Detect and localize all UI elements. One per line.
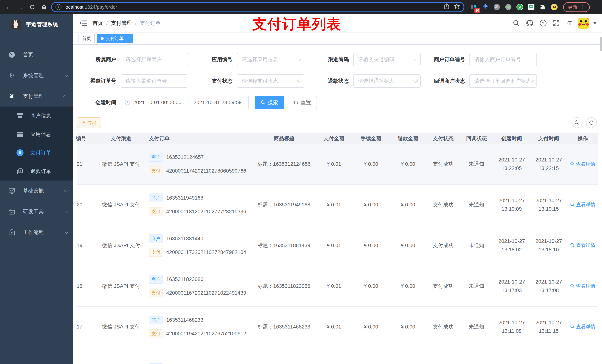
notify-status-select[interactable]: 请选择订单回调商户状态 <box>469 74 537 88</box>
tab-close-icon[interactable]: × <box>127 36 129 41</box>
refund-status-select[interactable]: 请选择退款状态 <box>353 74 420 88</box>
pay-amount: ¥ 0.01 <box>315 283 353 289</box>
view-detail-link[interactable]: 查看详情 <box>570 323 595 330</box>
pay-status-select[interactable]: 请选择支付状态 <box>237 74 304 88</box>
pay-channel: 微信 JSAPI 支付 <box>93 201 149 208</box>
font-size-icon[interactable]: TT <box>566 20 572 26</box>
pay-date: 2021-10-27 <box>530 320 567 325</box>
hide-search-button[interactable] <box>572 117 582 128</box>
breadcrumb-pay[interactable]: 支付管理 <box>111 20 132 27</box>
merchant-input[interactable] <box>121 53 188 66</box>
chevron-down-icon <box>64 188 69 193</box>
table-row[interactable]: 17 微信 JSAPI 支付 商户 1635311468233 支付 42000… <box>77 307 598 347</box>
sidebar-item-app-info[interactable]: 应用信息 <box>0 125 73 144</box>
search-button[interactable]: 搜索 <box>255 96 284 109</box>
date-range-picker[interactable]: 2021-10-01 00:00:00 - 2021-10-31 23:59:5… <box>121 96 249 109</box>
browser-update-button[interactable]: 更新 ⋮ <box>563 2 590 12</box>
view-detail-link[interactable]: 查看详情 <box>570 242 595 249</box>
actions-cell: 查看详情 <box>567 201 598 208</box>
site-info-icon[interactable]: i <box>55 4 62 10</box>
app-select[interactable]: 请选择应用信息 <box>237 53 304 66</box>
merchant-order-no-input[interactable] <box>469 53 537 66</box>
app-logo-row[interactable]: 芋道管理系统 <box>0 14 73 35</box>
browser-back-icon[interactable]: ← <box>4 2 13 12</box>
chevron-down-icon <box>530 78 534 83</box>
active-tab-dot <box>101 37 104 40</box>
table-row[interactable]: 18 微信 JSAPI 支付 商户 1635311823086 支付 42000… <box>77 266 598 307</box>
extension-devtools-icon[interactable]: 10 <box>470 3 478 11</box>
sidebar-item-pay-order[interactable]: ¥ 支付订单 <box>0 144 73 162</box>
refund-amount: ¥ 0.00 <box>389 242 427 248</box>
avatar[interactable] <box>578 18 589 29</box>
chevron-down-icon <box>297 57 301 61</box>
channel-code-select[interactable]: 请输入渠道编码 <box>353 53 420 66</box>
channel-order-no-input[interactable] <box>121 74 188 88</box>
create-date: 2021-10-27 <box>493 157 530 163</box>
export-button[interactable]: 导出 <box>77 117 101 128</box>
table-row[interactable]: 19 微信 JSAPI 支付 商户 1635311881440 支付 42000… <box>77 225 598 266</box>
view-detail-link[interactable]: 查看详情 <box>570 283 595 289</box>
share-icon[interactable] <box>444 3 450 11</box>
browser-home-icon[interactable] <box>39 2 49 12</box>
extension-chat-icon[interactable] <box>527 3 535 11</box>
sidebar-item-merchant-info[interactable]: 商户信息 <box>0 106 73 125</box>
browser-forward-icon[interactable]: → <box>16 2 25 12</box>
sidebar-item-pay[interactable]: ¥ 支付管理 <box>0 86 73 106</box>
actions-cell: 查看详情 <box>567 161 598 167</box>
sidebar-item-system[interactable]: ⚙ 系统管理 <box>0 65 73 86</box>
product-title: 标题：1635311949168 <box>252 201 315 208</box>
bookmark-star-icon[interactable] <box>454 3 460 11</box>
notify-status: 未通知 <box>460 283 493 290</box>
pay-order-no: 4200001173202110272847982104 <box>166 249 246 255</box>
refresh-button[interactable] <box>586 117 597 128</box>
extension-record-icon[interactable] <box>505 3 512 11</box>
sidebar-item-infra[interactable]: 基础设施 <box>0 180 73 201</box>
filter-field-app: 应用编号 请选择应用信息 <box>193 53 310 66</box>
pay-order-cell: 商户 1635311823086 支付 42000011672021102710… <box>149 275 252 297</box>
filter-field-create-time: 创建时间 2021-10-01 00:00:00 - 2021-10-31 23… <box>77 96 317 109</box>
toolbox-icon <box>8 209 16 215</box>
tab-pay-order[interactable]: 支付订单 × <box>97 34 133 43</box>
order-id: 20 <box>75 202 93 208</box>
view-detail-link[interactable]: 查看详情 <box>570 201 595 208</box>
app-title: 芋道管理系统 <box>26 21 58 28</box>
avatar-dropdown-caret[interactable] <box>593 22 597 24</box>
pay-clock: 13:19:15 <box>530 206 567 212</box>
sidebar-item-workflow[interactable]: 工作流程 <box>0 222 73 243</box>
sidebar-item-refund-order[interactable]: 退款订单 <box>0 162 73 180</box>
fullscreen-icon[interactable] <box>553 20 559 26</box>
browser-reload-icon[interactable] <box>27 2 37 12</box>
merchant-order-no: 1635311468233 <box>166 317 203 323</box>
search-icon <box>570 243 575 248</box>
table-row[interactable]: 21 微信 JSAPI 支付 商户 1635312124657 支付 42000… <box>77 144 598 185</box>
extension-command-icon[interactable]: ⌘ <box>493 3 501 11</box>
search-icon[interactable] <box>513 20 520 26</box>
extensions-puzzle-icon[interactable] <box>539 3 547 11</box>
pay-order-cell: 商户 1635311881440 支付 42000011732021102728… <box>149 234 252 257</box>
extension-kite-icon[interactable] <box>482 3 489 11</box>
breadcrumb-current: 支付订单 <box>140 20 161 27</box>
page-scrollbar[interactable] <box>600 37 602 52</box>
help-icon[interactable]: ? <box>540 20 547 27</box>
browser-menu-icon[interactable]: ⋮ <box>580 4 585 10</box>
pay-order-no: 4200001181202110277723215336 <box>166 209 246 215</box>
merchant-tag: 商户 <box>149 193 163 202</box>
view-detail-link[interactable]: 查看详情 <box>570 161 595 167</box>
reset-button[interactable]: 重置 <box>288 96 317 109</box>
sidebar-item-devtools[interactable]: 研发工具 <box>0 201 73 222</box>
extension-emoji-icon[interactable] <box>550 3 558 11</box>
sidebar-toggle-icon[interactable] <box>79 20 87 26</box>
briefcase-icon <box>8 229 16 235</box>
tab-home[interactable]: 首页 <box>78 34 95 43</box>
url-bar[interactable]: i localhost:1024/pay/order <box>51 2 464 12</box>
pay-time: 2021-10-27 13:17:08 <box>530 279 567 293</box>
pay-amount: ¥ 0.01 <box>315 242 353 248</box>
sidebar-item-home[interactable]: 首页 <box>0 44 73 65</box>
github-icon[interactable] <box>526 20 533 27</box>
date-start: 2021-10-01 00:00:00 <box>133 100 182 105</box>
extension-y-icon[interactable]: y <box>516 3 524 11</box>
create-time: 2021-10-27 13:18:02 <box>493 238 530 253</box>
table-row-partial[interactable]: 商户 1635311254796 <box>77 347 598 364</box>
breadcrumb-home[interactable]: 首页 <box>93 20 103 27</box>
table-row[interactable]: 20 微信 JSAPI 支付 商户 1635311949168 支付 42000… <box>77 185 598 225</box>
